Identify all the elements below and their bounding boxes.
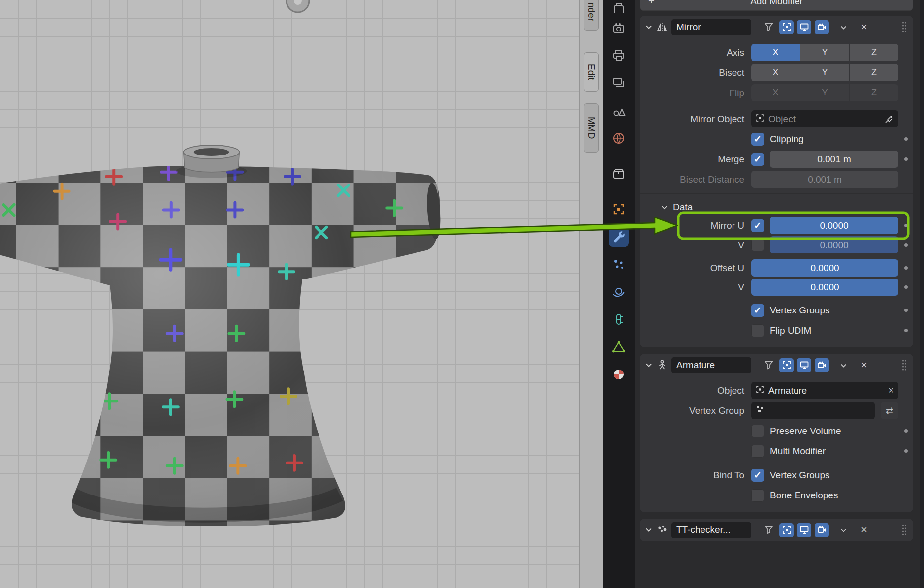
show-on-cage-button[interactable] (762, 20, 776, 34)
mirror-v-slider: 0.0000 (770, 236, 898, 253)
render-display-button[interactable] (815, 20, 829, 34)
modifier-extras-chevron-icon[interactable] (836, 358, 851, 372)
show-on-cage-button[interactable] (762, 523, 776, 537)
edit-mode-display-button[interactable] (779, 20, 794, 34)
animate-dot[interactable] (904, 429, 908, 433)
armature-panel-body: Object Armature Vertex Group (640, 376, 913, 512)
eyedropper-icon[interactable] (885, 114, 894, 124)
sidebar-tab-edit[interactable]: Edit (584, 52, 599, 92)
animate-dot[interactable] (904, 157, 908, 161)
mirror-modifier-icon (656, 21, 668, 33)
realtime-display-button[interactable] (797, 523, 811, 537)
delete-modifier-button[interactable] (857, 523, 871, 537)
tab-scene-properties[interactable] (603, 98, 635, 123)
tab-data-properties[interactable] (603, 335, 635, 359)
bind-vertex-groups-row: Bind To Vertex Groups (640, 466, 913, 484)
animate-dot[interactable] (904, 224, 908, 227)
animate-dot[interactable] (904, 309, 908, 312)
modifier-extras-chevron-icon[interactable] (836, 523, 851, 537)
add-modifier-clip: Add Modifier (640, 0, 913, 11)
mirror-u-slider[interactable]: 0.0000 (770, 217, 898, 234)
animate-dot[interactable] (904, 285, 908, 289)
clear-object-icon[interactable] (888, 385, 894, 396)
modifier-extras-chevron-icon[interactable] (836, 20, 851, 34)
delete-modifier-button[interactable] (857, 20, 871, 34)
offset-u-slider[interactable]: 0.0000 (751, 259, 898, 277)
sidebar-tab-render[interactable]: nder (584, 0, 599, 31)
mirror-name-field[interactable]: Mirror (671, 19, 751, 35)
realtime-display-button[interactable] (797, 20, 811, 34)
vertex-group-field[interactable] (751, 402, 875, 419)
bisect-y-button[interactable]: Y (800, 64, 849, 81)
edit-mode-display-button[interactable] (779, 523, 794, 537)
tab-tool-properties[interactable] (603, 0, 635, 13)
clipping-checkbox[interactable] (751, 133, 764, 146)
offset-v-slider[interactable]: 0.0000 (751, 279, 898, 296)
tab-material-properties[interactable] (603, 362, 635, 387)
tab-object-properties[interactable] (603, 197, 635, 221)
show-on-cage-button[interactable] (762, 358, 776, 372)
mirror-v-checkbox[interactable] (751, 239, 764, 251)
add-modifier-button[interactable]: Add Modifier (640, 0, 913, 11)
multi-modifier-checkbox[interactable] (751, 445, 764, 458)
bisect-z-button[interactable]: Z (850, 64, 898, 81)
merge-threshold-slider[interactable]: 0.001 m (770, 151, 898, 168)
axis-y-button[interactable]: Y (800, 44, 849, 61)
bone-envelopes-checkbox[interactable] (751, 489, 764, 502)
tt-checker-name-field[interactable]: TT-checker... (671, 522, 751, 538)
bind-to-label: Bind To (640, 470, 751, 481)
invert-vertex-group-button[interactable] (881, 402, 898, 419)
drag-handle-icon[interactable] (901, 359, 907, 371)
tab-particle-properties[interactable] (603, 252, 635, 277)
collapse-chevron-icon[interactable] (645, 526, 653, 534)
vertex-group-row: Vertex Group (640, 402, 913, 420)
delete-modifier-button[interactable] (857, 358, 871, 372)
animate-dot[interactable] (904, 266, 908, 270)
vertex-groups-row: Vertex Groups (640, 301, 913, 319)
axis-z-button[interactable]: Z (850, 44, 898, 61)
flip-y-button: Y (800, 84, 849, 101)
tab-collection-properties[interactable] (603, 161, 635, 186)
tab-output-properties[interactable] (603, 43, 635, 68)
render-display-button[interactable] (815, 358, 829, 372)
data-subpanel-header[interactable]: Data (640, 193, 913, 216)
edit-mode-display-button[interactable] (779, 358, 794, 372)
tab-physics-properties[interactable] (603, 279, 635, 304)
render-display-button[interactable] (815, 523, 829, 537)
animate-dot[interactable] (904, 137, 908, 141)
realtime-display-button[interactable] (797, 358, 811, 372)
bind-vertex-groups-checkbox[interactable] (751, 469, 764, 482)
tab-modifier-properties[interactable] (603, 224, 635, 249)
mirror-panel-header: Mirror (640, 16, 913, 38)
armature-name-field[interactable]: Armature (671, 357, 751, 373)
armature-modifier-icon (656, 359, 668, 371)
material-properties-icon (609, 365, 629, 384)
drag-handle-icon[interactable] (901, 524, 907, 536)
preserve-volume-checkbox[interactable] (751, 425, 764, 437)
mirror-u-checkbox[interactable] (751, 219, 764, 232)
armature-modifier-panel: Armature Object (640, 354, 913, 512)
tt-checker-panel-header: TT-checker... (640, 519, 913, 541)
animate-dot[interactable] (904, 329, 908, 332)
tab-viewlayer-properties[interactable] (603, 71, 635, 95)
flip-udim-checkbox[interactable] (751, 324, 764, 337)
armature-object-row: Object Armature (640, 381, 913, 400)
tab-world-properties[interactable] (603, 126, 635, 151)
animate-dot[interactable] (904, 243, 908, 247)
armature-object-field[interactable]: Armature (751, 382, 898, 399)
axis-x-button[interactable]: X (751, 44, 800, 61)
bisect-x-button[interactable]: X (751, 64, 800, 81)
drag-handle-icon[interactable] (901, 21, 907, 33)
sidebar-tab-mmd[interactable]: MMD (584, 103, 599, 153)
tab-render-properties[interactable] (603, 16, 635, 40)
collapse-chevron-icon[interactable] (645, 23, 653, 31)
collapse-chevron-icon[interactable] (645, 361, 653, 369)
animate-dot[interactable] (904, 449, 908, 453)
3d-viewport[interactable] (0, 0, 579, 588)
merge-checkbox[interactable] (751, 153, 764, 166)
bone-envelopes-row: Bone Envelopes (640, 486, 913, 504)
vertex-groups-checkbox[interactable] (751, 304, 764, 317)
tab-constraint-properties[interactable] (603, 307, 635, 332)
mirror-object-field[interactable]: Object (751, 110, 898, 127)
object-properties-icon (609, 199, 629, 219)
